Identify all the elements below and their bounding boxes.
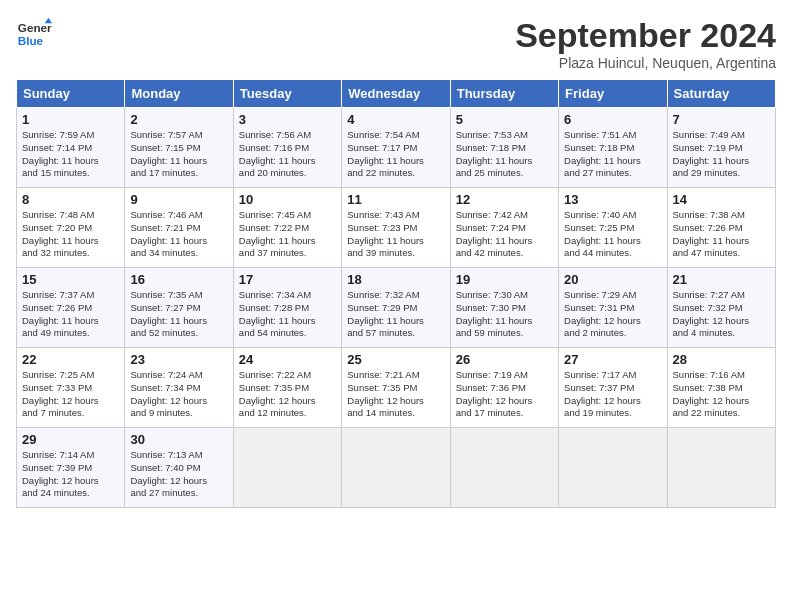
calendar-day-cell: 26Sunrise: 7:19 AMSunset: 7:36 PMDayligh…: [450, 348, 558, 428]
day-number: 5: [456, 112, 553, 127]
calendar-day-cell: 23Sunrise: 7:24 AMSunset: 7:34 PMDayligh…: [125, 348, 233, 428]
day-number: 29: [22, 432, 119, 447]
day-number: 12: [456, 192, 553, 207]
calendar-day-cell: 6Sunrise: 7:51 AMSunset: 7:18 PMDaylight…: [559, 108, 667, 188]
day-info: Sunrise: 7:17 AMSunset: 7:37 PMDaylight:…: [564, 369, 661, 420]
day-number: 30: [130, 432, 227, 447]
calendar-week-row: 22Sunrise: 7:25 AMSunset: 7:33 PMDayligh…: [17, 348, 776, 428]
calendar-day-cell: [559, 428, 667, 508]
calendar-day-cell: 16Sunrise: 7:35 AMSunset: 7:27 PMDayligh…: [125, 268, 233, 348]
day-info: Sunrise: 7:42 AMSunset: 7:24 PMDaylight:…: [456, 209, 553, 260]
calendar-day-cell: 19Sunrise: 7:30 AMSunset: 7:30 PMDayligh…: [450, 268, 558, 348]
day-info: Sunrise: 7:45 AMSunset: 7:22 PMDaylight:…: [239, 209, 336, 260]
day-number: 17: [239, 272, 336, 287]
calendar-day-cell: 15Sunrise: 7:37 AMSunset: 7:26 PMDayligh…: [17, 268, 125, 348]
day-info: Sunrise: 7:32 AMSunset: 7:29 PMDaylight:…: [347, 289, 444, 340]
day-number: 19: [456, 272, 553, 287]
day-info: Sunrise: 7:19 AMSunset: 7:36 PMDaylight:…: [456, 369, 553, 420]
day-info: Sunrise: 7:25 AMSunset: 7:33 PMDaylight:…: [22, 369, 119, 420]
location: Plaza Huincul, Neuquen, Argentina: [515, 55, 776, 71]
day-number: 25: [347, 352, 444, 367]
day-number: 14: [673, 192, 770, 207]
weekday-header-saturday: Saturday: [667, 80, 775, 108]
calendar-day-cell: 2Sunrise: 7:57 AMSunset: 7:15 PMDaylight…: [125, 108, 233, 188]
day-number: 15: [22, 272, 119, 287]
calendar-day-cell: 1Sunrise: 7:59 AMSunset: 7:14 PMDaylight…: [17, 108, 125, 188]
calendar-table: SundayMondayTuesdayWednesdayThursdayFrid…: [16, 79, 776, 508]
calendar-day-cell: 14Sunrise: 7:38 AMSunset: 7:26 PMDayligh…: [667, 188, 775, 268]
calendar-week-row: 8Sunrise: 7:48 AMSunset: 7:20 PMDaylight…: [17, 188, 776, 268]
weekday-header-wednesday: Wednesday: [342, 80, 450, 108]
day-info: Sunrise: 7:40 AMSunset: 7:25 PMDaylight:…: [564, 209, 661, 260]
weekday-header-thursday: Thursday: [450, 80, 558, 108]
day-number: 26: [456, 352, 553, 367]
calendar-day-cell: 5Sunrise: 7:53 AMSunset: 7:18 PMDaylight…: [450, 108, 558, 188]
day-number: 21: [673, 272, 770, 287]
weekday-header-friday: Friday: [559, 80, 667, 108]
calendar-day-cell: 10Sunrise: 7:45 AMSunset: 7:22 PMDayligh…: [233, 188, 341, 268]
day-info: Sunrise: 7:37 AMSunset: 7:26 PMDaylight:…: [22, 289, 119, 340]
day-number: 8: [22, 192, 119, 207]
day-number: 28: [673, 352, 770, 367]
logo-icon: General Blue: [16, 16, 52, 52]
calendar-day-cell: 3Sunrise: 7:56 AMSunset: 7:16 PMDaylight…: [233, 108, 341, 188]
page-header: General Blue September 2024 Plaza Huincu…: [16, 16, 776, 71]
title-block: September 2024 Plaza Huincul, Neuquen, A…: [515, 16, 776, 71]
calendar-day-cell: 18Sunrise: 7:32 AMSunset: 7:29 PMDayligh…: [342, 268, 450, 348]
calendar-day-cell: 29Sunrise: 7:14 AMSunset: 7:39 PMDayligh…: [17, 428, 125, 508]
day-number: 7: [673, 112, 770, 127]
calendar-day-cell: 8Sunrise: 7:48 AMSunset: 7:20 PMDaylight…: [17, 188, 125, 268]
calendar-day-cell: 17Sunrise: 7:34 AMSunset: 7:28 PMDayligh…: [233, 268, 341, 348]
day-info: Sunrise: 7:46 AMSunset: 7:21 PMDaylight:…: [130, 209, 227, 260]
calendar-week-row: 29Sunrise: 7:14 AMSunset: 7:39 PMDayligh…: [17, 428, 776, 508]
calendar-day-cell: 9Sunrise: 7:46 AMSunset: 7:21 PMDaylight…: [125, 188, 233, 268]
calendar-day-cell: 11Sunrise: 7:43 AMSunset: 7:23 PMDayligh…: [342, 188, 450, 268]
day-info: Sunrise: 7:38 AMSunset: 7:26 PMDaylight:…: [673, 209, 770, 260]
calendar-day-cell: 20Sunrise: 7:29 AMSunset: 7:31 PMDayligh…: [559, 268, 667, 348]
calendar-day-cell: 22Sunrise: 7:25 AMSunset: 7:33 PMDayligh…: [17, 348, 125, 428]
day-number: 1: [22, 112, 119, 127]
calendar-day-cell: 25Sunrise: 7:21 AMSunset: 7:35 PMDayligh…: [342, 348, 450, 428]
day-number: 11: [347, 192, 444, 207]
day-number: 23: [130, 352, 227, 367]
calendar-day-cell: 28Sunrise: 7:16 AMSunset: 7:38 PMDayligh…: [667, 348, 775, 428]
calendar-day-cell: 13Sunrise: 7:40 AMSunset: 7:25 PMDayligh…: [559, 188, 667, 268]
day-info: Sunrise: 7:54 AMSunset: 7:17 PMDaylight:…: [347, 129, 444, 180]
day-info: Sunrise: 7:13 AMSunset: 7:40 PMDaylight:…: [130, 449, 227, 500]
calendar-day-cell: [450, 428, 558, 508]
calendar-day-cell: 7Sunrise: 7:49 AMSunset: 7:19 PMDaylight…: [667, 108, 775, 188]
calendar-day-cell: 12Sunrise: 7:42 AMSunset: 7:24 PMDayligh…: [450, 188, 558, 268]
day-info: Sunrise: 7:22 AMSunset: 7:35 PMDaylight:…: [239, 369, 336, 420]
day-info: Sunrise: 7:14 AMSunset: 7:39 PMDaylight:…: [22, 449, 119, 500]
day-info: Sunrise: 7:16 AMSunset: 7:38 PMDaylight:…: [673, 369, 770, 420]
day-number: 24: [239, 352, 336, 367]
weekday-header-row: SundayMondayTuesdayWednesdayThursdayFrid…: [17, 80, 776, 108]
day-info: Sunrise: 7:27 AMSunset: 7:32 PMDaylight:…: [673, 289, 770, 340]
day-info: Sunrise: 7:21 AMSunset: 7:35 PMDaylight:…: [347, 369, 444, 420]
calendar-day-cell: 27Sunrise: 7:17 AMSunset: 7:37 PMDayligh…: [559, 348, 667, 428]
calendar-day-cell: 24Sunrise: 7:22 AMSunset: 7:35 PMDayligh…: [233, 348, 341, 428]
day-info: Sunrise: 7:51 AMSunset: 7:18 PMDaylight:…: [564, 129, 661, 180]
day-info: Sunrise: 7:24 AMSunset: 7:34 PMDaylight:…: [130, 369, 227, 420]
day-number: 22: [22, 352, 119, 367]
calendar-day-cell: 4Sunrise: 7:54 AMSunset: 7:17 PMDaylight…: [342, 108, 450, 188]
day-info: Sunrise: 7:53 AMSunset: 7:18 PMDaylight:…: [456, 129, 553, 180]
day-number: 16: [130, 272, 227, 287]
day-number: 9: [130, 192, 227, 207]
day-info: Sunrise: 7:59 AMSunset: 7:14 PMDaylight:…: [22, 129, 119, 180]
weekday-header-tuesday: Tuesday: [233, 80, 341, 108]
calendar-day-cell: 21Sunrise: 7:27 AMSunset: 7:32 PMDayligh…: [667, 268, 775, 348]
day-info: Sunrise: 7:34 AMSunset: 7:28 PMDaylight:…: [239, 289, 336, 340]
calendar-day-cell: [233, 428, 341, 508]
day-info: Sunrise: 7:56 AMSunset: 7:16 PMDaylight:…: [239, 129, 336, 180]
day-number: 27: [564, 352, 661, 367]
day-info: Sunrise: 7:35 AMSunset: 7:27 PMDaylight:…: [130, 289, 227, 340]
calendar-week-row: 15Sunrise: 7:37 AMSunset: 7:26 PMDayligh…: [17, 268, 776, 348]
day-info: Sunrise: 7:49 AMSunset: 7:19 PMDaylight:…: [673, 129, 770, 180]
day-info: Sunrise: 7:30 AMSunset: 7:30 PMDaylight:…: [456, 289, 553, 340]
day-number: 4: [347, 112, 444, 127]
logo: General Blue: [16, 16, 52, 52]
day-number: 13: [564, 192, 661, 207]
day-number: 6: [564, 112, 661, 127]
day-number: 3: [239, 112, 336, 127]
